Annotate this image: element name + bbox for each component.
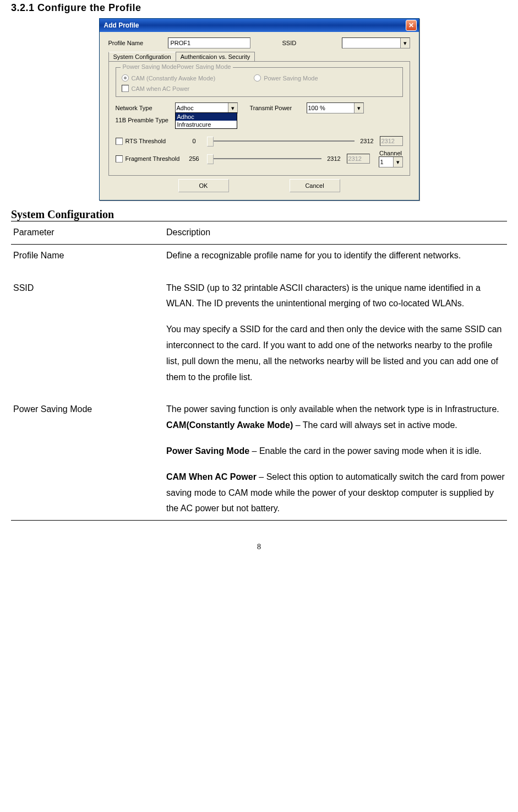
- checkbox-icon: [116, 138, 123, 145]
- chevron-down-icon: ▾: [228, 103, 237, 113]
- transmit-power-label: Transmit Power: [250, 105, 302, 111]
- tab-system-configuration[interactable]: System Configuration: [108, 52, 176, 61]
- frag-max: 2312: [326, 155, 342, 162]
- fragment-slider[interactable]: [207, 158, 321, 159]
- channel-label: Channel: [379, 150, 402, 156]
- checkbox-cam-ac-power[interactable]: CAM when AC Power: [122, 85, 397, 92]
- system-configuration-heading: System Configuration: [11, 208, 507, 221]
- dropdown-option-adhoc[interactable]: Adhoc: [176, 113, 237, 121]
- chevron-down-icon: ▾: [400, 38, 410, 48]
- param-profile-name: Profile Name: [11, 244, 164, 267]
- desc-profile-name: Define a recognizable profile name for y…: [164, 244, 507, 267]
- radio-icon: [122, 74, 129, 82]
- close-icon: ✕: [408, 22, 414, 29]
- fragment-threshold-checkbox[interactable]: Fragment Threshold: [116, 155, 182, 163]
- rts-min: 0: [186, 138, 203, 144]
- tab-authentication-security[interactable]: Authenticaion vs. Security: [176, 52, 255, 61]
- transmit-power-value: 100 %: [308, 105, 325, 111]
- radio-cam[interactable]: CAM (Constantly Awake Mode): [122, 74, 216, 82]
- table-header-parameter: Parameter: [11, 221, 164, 245]
- radio-cam-label: CAM (Constantly Awake Mode): [132, 75, 216, 82]
- dialog-title-bar: Add Profile ✕: [100, 19, 419, 32]
- rts-label: RTS Threshold: [126, 138, 166, 144]
- channel-combo[interactable]: 1 ▾: [379, 156, 403, 167]
- network-type-label: Network Type: [116, 105, 171, 111]
- radio-power-saving[interactable]: Power Saving Mode: [254, 74, 318, 82]
- transmit-power-combo[interactable]: 100 % ▾: [307, 102, 364, 113]
- parameter-table: Parameter Description Profile Name Defin…: [11, 221, 507, 521]
- ssid-label: SSID: [282, 40, 337, 46]
- rts-threshold-checkbox[interactable]: RTS Threshold: [116, 138, 182, 145]
- channel-value: 1: [380, 159, 384, 165]
- preamble-label: 11B Preamble Type: [116, 117, 176, 123]
- ok-button[interactable]: OK: [178, 179, 229, 192]
- power-saving-groupbox-title: Power Saving ModePower Saving Mode: [121, 63, 233, 70]
- network-type-selected: Adhoc: [177, 105, 194, 111]
- page-number: 8: [11, 543, 507, 551]
- close-button[interactable]: ✕: [406, 20, 417, 31]
- network-type-combo[interactable]: Adhoc ▾ Adhoc Infrastrucure: [175, 102, 238, 113]
- profile-name-input[interactable]: [168, 37, 250, 48]
- ssid-combo[interactable]: ▾: [342, 37, 410, 48]
- desc-power-saving: The power saving function is only availa…: [164, 388, 507, 520]
- chevron-down-icon: ▾: [354, 103, 363, 113]
- table-header-description: Description: [164, 221, 507, 245]
- rts-slider[interactable]: [207, 140, 355, 142]
- param-ssid: SSID: [11, 267, 164, 389]
- network-type-dropdown: Adhoc Infrastrucure: [175, 112, 237, 129]
- chevron-down-icon: ▾: [393, 157, 402, 167]
- radio-psm-label: Power Saving Mode: [264, 75, 318, 82]
- radio-icon: [254, 74, 261, 82]
- param-power-saving: Power Saving Mode: [11, 388, 164, 520]
- dialog-title: Add Profile: [104, 21, 139, 29]
- add-profile-dialog: Add Profile ✕ Profile Name SSID ▾ System…: [99, 18, 419, 201]
- checkbox-camac-label: CAM when AC Power: [132, 85, 190, 92]
- checkbox-icon: [116, 155, 123, 163]
- cancel-button[interactable]: Cancel: [290, 179, 340, 192]
- frag-label: Fragment Threshold: [126, 155, 180, 162]
- dropdown-option-infrastructure[interactable]: Infrastrucure: [176, 121, 237, 128]
- rts-value: 2312: [380, 136, 403, 146]
- frag-value: 2312: [347, 154, 370, 164]
- rts-max: 2312: [359, 138, 375, 144]
- desc-ssid: The SSID (up to 32 printable ASCII chara…: [164, 267, 507, 389]
- checkbox-icon: [122, 85, 129, 92]
- profile-name-label: Profile Name: [108, 40, 163, 46]
- section-heading: 3.2.1 Configure the Profile: [11, 2, 507, 14]
- frag-min: 256: [186, 155, 203, 162]
